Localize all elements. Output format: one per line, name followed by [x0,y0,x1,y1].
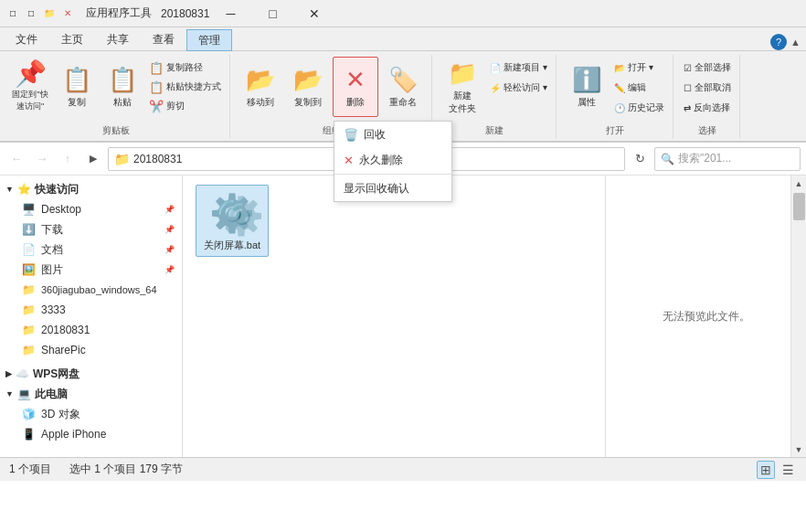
open-label: 打开 [564,122,667,139]
parent-path-button[interactable]: ▶ [82,148,104,170]
3d-label: 3D 对象 [41,407,80,422]
ribbon-group-new: 📁 新建文件夹 📄 新建项目 ▾ ⚡ 轻松访问 ▾ 新建 [434,55,557,139]
paste-button[interactable]: 📋 粘贴 [101,57,144,117]
sidebar-item-docs[interactable]: 📄 文档 📌 [0,239,182,260]
new-folder-icon: 📁 [448,59,477,88]
pin-icon-dl: 📌 [164,225,175,234]
sidebar-section-thispc[interactable]: ▼ 💻 此电脑 [0,384,182,404]
sidebar-item-pics[interactable]: 🖼️ 图片 📌 [0,260,182,280]
back-button[interactable]: ← [5,148,27,170]
copy-icon: 📋 [62,66,91,94]
tab-view[interactable]: 查看 [141,28,186,50]
sidebar: ▼ ⭐ 快速访问 🖥️ Desktop 📌 ⬇️ 下载 📌 📄 文档 📌 🖼️ … [0,176,183,457]
select-col: ☑ 全部选择 ☐ 全部取消 ⇄ 反向选择 [681,59,734,117]
dropdown-item-show-confirm[interactable]: 显示回收确认 [334,176,451,201]
tab-file[interactable]: 文件 [4,28,49,50]
history-button[interactable]: 🕐 历史记录 [611,99,667,117]
iphone-icon: 📱 [22,428,36,441]
sidebar-item-iphone[interactable]: 📱 Apple iPhone [0,424,182,444]
delete-button[interactable]: ✕ 删除 [333,57,378,117]
360-label: 360jiagubao_windows_64 [41,284,157,295]
new-item-button[interactable]: 📄 新建项目 ▾ [487,59,550,77]
new-content: 📁 新建文件夹 📄 新建项目 ▾ ⚡ 轻松访问 ▾ [440,57,550,122]
minimize-button[interactable]: ─ [209,0,251,27]
thispc-chevron-icon: ▼ [5,389,14,399]
address-text: 20180831 [133,153,182,165]
pics-icon: 🖼️ [22,263,36,276]
wps-icon: ☁️ [16,367,29,380]
pin-to-quickaccess-button[interactable]: 📌 固定到"快速访问" [7,57,53,117]
desktop-icon: 🖥️ [22,203,36,216]
easy-access-button[interactable]: ⚡ 轻松访问 ▾ [487,79,550,97]
sidebar-item-downloads[interactable]: ⬇️ 下载 📌 [0,219,182,239]
paste-shortcut-icon: 📋 [149,80,164,94]
dropdown-item-permanent-delete[interactable]: ✕ 永久删除 [334,147,451,173]
sidebar-item-20180831[interactable]: 📁 20180831 [0,320,182,340]
title-bar: □ □ 📁 ✕ 应用程序工具 20180831 ─ □ ✕ [0,0,806,27]
select-content: ☑ 全部选择 ☐ 全部取消 ⇄ 反向选择 [681,57,734,122]
new-folder-button[interactable]: 📁 新建文件夹 [440,57,485,117]
sidebar-section-quickaccess[interactable]: ▼ ⭐ 快速访问 [0,179,182,199]
sidebar-item-3333[interactable]: 📁 3333 [0,300,182,320]
move-to-icon: 📂 [246,66,275,94]
tab-manage[interactable]: 管理 [186,29,232,51]
open-icon: 📂 [614,63,625,73]
open-button[interactable]: 📂 打开 ▾ [611,59,667,77]
bat-file-icon: ⚙️ ⚙️ [209,189,255,235]
select-none-icon: ☐ [684,83,692,93]
copy-path-button[interactable]: 📋 复制路径 [146,59,224,77]
main-content: ▼ ⭐ 快速访问 🖥️ Desktop 📌 ⬇️ 下载 📌 📄 文档 📌 🖼️ … [0,176,806,457]
dropdown-item-recycle[interactable]: 🗑️ 回收 [334,122,451,147]
preview-text: 无法预览此文件。 [663,309,750,325]
ribbon-collapse-button[interactable]: ▲ [790,37,801,48]
move-to-button[interactable]: 📂 移动到 [238,57,283,117]
view-icon-list-button[interactable]: ☰ [779,461,797,479]
cut-button[interactable]: ✂️ 剪切 [146,97,224,115]
sidebar-item-3d[interactable]: 🧊 3D 对象 [0,404,182,424]
help-button[interactable]: ? [770,34,787,50]
ribbon-group-clipboard: 📌 固定到"快速访问" 📋 复制 📋 粘贴 📋 复制路径 [2,55,230,139]
select-none-button[interactable]: ☐ 全部取消 [681,79,734,97]
vertical-scrollbar[interactable]: ▲ ▼ [790,176,806,457]
sidebar-item-desktop[interactable]: 🖥️ Desktop 📌 [0,199,182,219]
forward-button[interactable]: → [31,148,53,170]
title-controls: ─ □ ✕ [209,0,335,27]
properties-button[interactable]: ℹ️ 属性 [564,57,610,117]
copy-button[interactable]: 📋 复制 [55,57,99,117]
tab-home[interactable]: 主页 [49,28,95,50]
invert-selection-button[interactable]: ⇄ 反向选择 [681,99,734,117]
recycle-label: 回收 [364,127,386,143]
chevron-right-icon: ▶ [5,369,12,378]
wps-label: WPS网盘 [33,367,80,382]
tab-share[interactable]: 共享 [95,28,141,50]
view-icon-grid-button[interactable]: ⊞ [757,461,775,479]
select-all-button[interactable]: ☑ 全部选择 [681,59,734,77]
copy-to-button[interactable]: 📂 复制到 [285,57,331,117]
scroll-down-button[interactable]: ▼ [791,442,807,457]
3d-icon: 🧊 [22,408,36,420]
easy-access-icon: ⚡ [490,83,501,93]
open-col: 📂 打开 ▾ ✏️ 编辑 🕐 历史记录 [611,59,667,117]
close-button[interactable]: ✕ [293,0,335,27]
maximize-button[interactable]: □ [251,0,293,27]
search-bar[interactable]: 🔍 搜索"201... [654,147,801,171]
scroll-thumb[interactable] [793,193,805,220]
downloads-label: 下载 [41,222,63,238]
properties-icon: ℹ️ [572,66,601,94]
docs-icon: 📄 [22,243,36,256]
sidebar-item-sharepic[interactable]: 📁 SharePic [0,340,182,360]
cut-icon: ✂️ [149,100,164,113]
paste-shortcut-button[interactable]: 📋 粘贴快捷方式 [146,78,224,96]
sharepic-label: SharePic [41,344,86,356]
sidebar-section-wps[interactable]: ▶ ☁️ WPS网盘 [0,364,182,384]
sidebar-item-360[interactable]: 📁 360jiagubao_windows_64 [0,280,182,300]
file-item-bat[interactable]: ⚙️ ⚙️ 关闭屏幕.bat [196,185,269,257]
invert-icon: ⇄ [684,103,691,113]
small-clipboard-col: 📋 复制路径 📋 粘贴快捷方式 ✂️ 剪切 [146,59,224,115]
edit-button[interactable]: ✏️ 编辑 [611,79,667,97]
scroll-up-button[interactable]: ▲ [791,176,807,191]
rename-button[interactable]: 🏷️ 重命名 [380,57,426,117]
refresh-button[interactable]: ↻ [629,148,651,170]
edit-icon: ✏️ [614,83,625,93]
up-button[interactable]: ↑ [57,148,79,170]
